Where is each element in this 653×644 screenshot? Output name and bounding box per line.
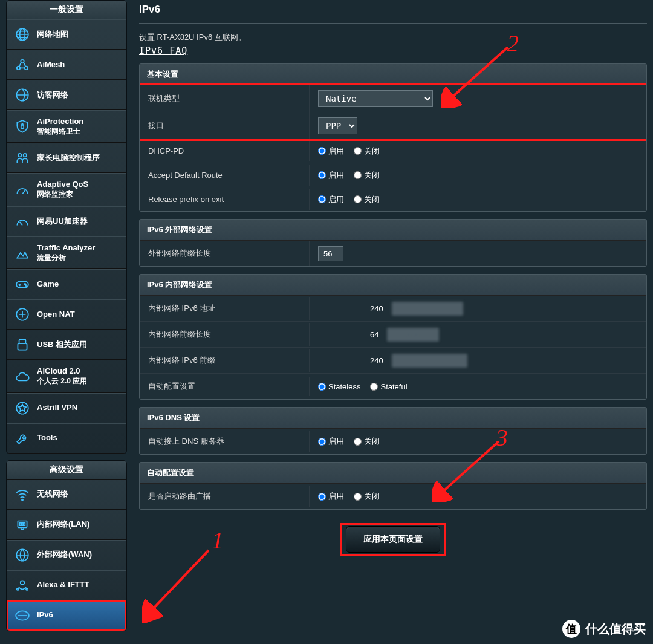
tools-icon bbox=[14, 430, 31, 447]
sidebar-item-astrill[interactable]: Astrill VPN bbox=[7, 393, 126, 423]
game-icon bbox=[14, 276, 31, 293]
watermark-text: 什么值得买 bbox=[585, 621, 646, 637]
row-label: 自动接上 DNS 服务器 bbox=[140, 429, 309, 454]
family-icon bbox=[14, 149, 31, 166]
row-label: 外部网络前缀长度 bbox=[140, 241, 309, 266]
sidebar-item-parental[interactable]: 家长电脑控制程序 bbox=[7, 143, 126, 173]
sidebar-item-label: IPv6 bbox=[37, 610, 53, 620]
usb-icon bbox=[14, 336, 31, 353]
svg-point-16 bbox=[22, 499, 23, 501]
sidebar-advanced-header: 高级设置 bbox=[7, 461, 126, 480]
row-label: 联机类型 bbox=[140, 86, 309, 111]
watermark: 值 什么值得买 bbox=[562, 620, 646, 638]
mesh-icon bbox=[14, 56, 31, 73]
sidebar-item-label: Game bbox=[37, 279, 59, 290]
sidebar-item-tools[interactable]: Tools bbox=[7, 423, 126, 454]
row-connection-type: 联机类型 Native bbox=[140, 85, 646, 112]
sidebar-item-game[interactable]: Game bbox=[7, 269, 126, 299]
radio-stateful[interactable]: Stateful bbox=[370, 382, 407, 391]
page-title: IPv6 bbox=[139, 4, 647, 16]
shield-icon bbox=[14, 118, 31, 135]
sidebar-item-lan[interactable]: 内部网络(LAN) bbox=[7, 510, 126, 540]
row-interface: 接口 PPP bbox=[140, 112, 646, 139]
sidebar-item-label: Adaptive QoS网络监控家 bbox=[37, 180, 88, 199]
wan-icon bbox=[14, 547, 31, 564]
radio-disable[interactable]: 关闭 bbox=[354, 491, 380, 502]
lan-icon bbox=[14, 516, 31, 533]
svg-point-8 bbox=[24, 154, 27, 157]
row-label: Release prefix on exit bbox=[140, 187, 309, 211]
sidebar-item-network-map[interactable]: 网络地图 bbox=[7, 19, 126, 50]
radio-disable[interactable]: 关闭 bbox=[354, 170, 380, 181]
radio-disable[interactable]: 关闭 bbox=[354, 436, 380, 447]
alexa-icon bbox=[14, 577, 31, 594]
svg-point-11 bbox=[25, 285, 27, 287]
ipv6-icon bbox=[14, 607, 31, 624]
section-header: IPv6 DNS 设置 bbox=[140, 408, 646, 429]
globe-icon bbox=[14, 26, 31, 43]
watermark-badge-icon: 值 bbox=[562, 620, 580, 638]
radio-stateless[interactable]: Stateless bbox=[318, 382, 360, 391]
row-dns-auto: 自动接上 DNS 服务器 启用 关闭 bbox=[140, 429, 646, 454]
lan-prefix-value: 240 bbox=[366, 356, 383, 365]
sidebar-item-aicloud[interactable]: AiCloud 2.0个人云 2.0 应用 bbox=[7, 360, 126, 392]
sidebar-item-wireless[interactable]: 无线网络 bbox=[7, 480, 126, 510]
sidebar-item-guest[interactable]: 访客网络 bbox=[7, 80, 126, 110]
section-dns: IPv6 DNS 设置 自动接上 DNS 服务器 启用 关闭 bbox=[139, 407, 647, 455]
row-dhcppd: DHCP-PD 启用 关闭 bbox=[140, 139, 646, 163]
row-lan-addr: 内部网络 IPv6 地址 240xxxxxxxxx bbox=[140, 296, 646, 322]
apply-button[interactable]: 应用本页面设置 bbox=[346, 526, 440, 553]
guest-icon bbox=[14, 86, 31, 103]
connection-type-select[interactable]: Native bbox=[318, 90, 433, 107]
radio-disable[interactable]: 关闭 bbox=[354, 146, 380, 157]
row-label: Accept Default Route bbox=[140, 163, 309, 187]
sidebar-item-alexa[interactable]: Alexa & IFTTT bbox=[7, 570, 126, 600]
sidebar-item-uu[interactable]: 网易UU加速器 bbox=[7, 206, 126, 236]
wifi-icon bbox=[14, 486, 31, 503]
sidebar-item-ipv6[interactable]: IPv6 bbox=[7, 600, 126, 631]
radio-enable[interactable]: 启用 bbox=[318, 170, 344, 181]
row-accept-default: Accept Default Route 启用 关闭 bbox=[140, 163, 646, 187]
sidebar-item-label: 网络地图 bbox=[37, 30, 68, 40]
sidebar-item-label: Traffic Analyzer流量分析 bbox=[37, 243, 95, 262]
radio-enable[interactable]: 启用 bbox=[318, 491, 344, 502]
sidebar-item-usb[interactable]: USB 相关应用 bbox=[7, 330, 126, 360]
row-label: 内部网络前缀长度 bbox=[140, 322, 309, 347]
sidebar-general: 一般设置 网络地图 AiMesh 访客网络 AiProtection智能网络卫士… bbox=[6, 0, 127, 454]
svg-point-10 bbox=[24, 284, 25, 285]
radio-enable[interactable]: 启用 bbox=[318, 194, 344, 205]
radio-enable[interactable]: 启用 bbox=[318, 146, 344, 157]
sidebar-item-traffic[interactable]: Traffic Analyzer流量分析 bbox=[7, 236, 126, 269]
svg-point-19 bbox=[21, 581, 25, 585]
sidebar-item-label: Open NAT bbox=[37, 310, 75, 320]
sidebar-item-wan[interactable]: 外部网络(WAN) bbox=[7, 540, 126, 570]
section-header: 自动配置设置 bbox=[140, 463, 646, 484]
sidebar-item-label: 无线网络 bbox=[37, 489, 68, 499]
row-lan-autoconf: 自动配置设置 Stateless Stateful bbox=[140, 374, 646, 399]
svg-point-2 bbox=[21, 60, 24, 63]
radio-enable[interactable]: 启用 bbox=[318, 436, 344, 447]
row-router-adv: 是否启动路由广播 启用 关闭 bbox=[140, 484, 646, 509]
svg-rect-6 bbox=[21, 125, 24, 128]
sidebar-item-opennat[interactable]: Open NAT bbox=[7, 299, 126, 330]
sidebar-item-aiprotection[interactable]: AiProtection智能网络卫士 bbox=[7, 110, 126, 143]
sidebar-item-label: Tools bbox=[37, 433, 57, 443]
sidebar-item-label: AiMesh bbox=[37, 60, 65, 70]
speed-icon bbox=[14, 213, 31, 230]
row-label: DHCP-PD bbox=[140, 139, 309, 163]
radio-disable[interactable]: 关闭 bbox=[354, 194, 380, 205]
section-basic: 基本设置 联机类型 Native 接口 PPP DHCP-PD bbox=[139, 63, 647, 212]
cloud-icon bbox=[14, 368, 31, 385]
sidebar-item-label: Alexa & IFTTT bbox=[37, 580, 89, 590]
faq-link[interactable]: IPv6 FAQ bbox=[139, 45, 187, 56]
section-autoconf: 自动配置设置 是否启动路由广播 启用 关闭 bbox=[139, 462, 647, 510]
sidebar-item-aimesh[interactable]: AiMesh bbox=[7, 50, 126, 80]
interface-select[interactable]: PPP bbox=[318, 117, 357, 134]
svg-point-7 bbox=[18, 154, 21, 157]
traffic-icon bbox=[14, 244, 31, 261]
sidebar-item-qos[interactable]: Adaptive QoS网络监控家 bbox=[7, 173, 126, 206]
sidebar-item-label: 外部网络(WAN) bbox=[37, 550, 92, 560]
wan-prefix-len-input[interactable] bbox=[318, 246, 343, 261]
row-label: 内部网络 IPv6 地址 bbox=[140, 296, 309, 321]
section-wan: IPv6 外部网络设置 外部网络前缀长度 bbox=[139, 219, 647, 267]
